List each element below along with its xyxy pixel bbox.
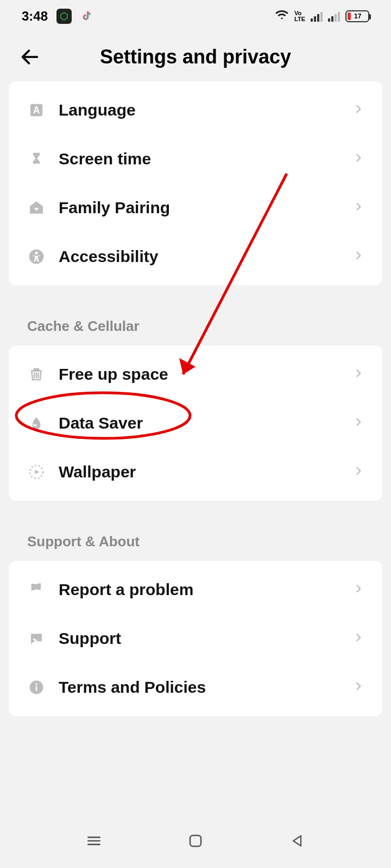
status-bar: 3:48 VoLTE 17: [0, 0, 391, 33]
menu-label: Support: [59, 629, 340, 648]
menu-label: Screen time: [59, 150, 340, 168]
nav-back-button[interactable]: [286, 830, 308, 852]
language-icon: A: [27, 101, 46, 119]
nav-home-button[interactable]: [185, 830, 206, 852]
system-nav-bar: [0, 814, 391, 868]
data-saver-icon: [27, 414, 46, 432]
app-header: Settings and privacy: [0, 33, 391, 81]
settings-group-support: Report a problem Support Terms and Polic…: [9, 561, 382, 716]
menu-item-terms-policies[interactable]: Terms and Policies: [9, 663, 382, 712]
chevron-right-icon: [353, 250, 366, 263]
svg-marker-6: [35, 470, 39, 474]
trash-icon: [27, 365, 46, 384]
settings-group-general: A Language Screen time Family Pairing Ac…: [9, 81, 382, 285]
section-header-cache: Cache & Cellular: [0, 296, 391, 346]
menu-item-support[interactable]: Support: [9, 614, 382, 663]
svg-text:A: A: [33, 105, 40, 116]
tiktok-icon: [80, 10, 93, 23]
svg-point-9: [35, 683, 37, 685]
signal-icon-2: [328, 11, 340, 22]
status-right: VoLTE 17: [275, 9, 369, 24]
page-title: Settings and privacy: [0, 46, 391, 68]
chevron-right-icon: [353, 681, 366, 694]
menu-label: Free up space: [59, 365, 340, 384]
arrow-left-icon: [19, 46, 41, 68]
wifi-icon: [275, 9, 289, 24]
battery-percent: 17: [354, 12, 361, 20]
menu-label: Family Pairing: [59, 199, 340, 217]
flag-icon: [27, 580, 46, 599]
signal-icon-1: [311, 11, 323, 22]
menu-label: Wallpaper: [59, 463, 340, 481]
info-icon: [27, 678, 46, 697]
nav-recent-button[interactable]: [83, 830, 105, 852]
hourglass-icon: [27, 150, 46, 168]
menu-item-report-problem[interactable]: Report a problem: [9, 565, 382, 614]
volte-icon: VoLTE: [294, 10, 305, 22]
svg-rect-10: [190, 835, 201, 846]
chevron-right-icon: [353, 201, 366, 214]
chevron-right-icon: [353, 368, 366, 381]
chevron-right-icon: [353, 152, 366, 165]
chat-icon: [27, 629, 46, 648]
wallpaper-icon: [27, 463, 46, 481]
home-heart-icon: [27, 199, 46, 217]
chevron-right-icon: [353, 465, 366, 478]
menu-label: Terms and Policies: [59, 678, 340, 697]
section-header-support: Support & About: [0, 512, 391, 561]
menu-label: Accessibility: [59, 247, 340, 266]
battery-icon: 17: [345, 10, 369, 22]
menu-item-data-saver[interactable]: Data Saver: [9, 399, 382, 448]
menu-item-screen-time[interactable]: Screen time: [9, 135, 382, 183]
svg-rect-8: [36, 686, 37, 691]
menu-item-family-pairing[interactable]: Family Pairing: [9, 183, 382, 232]
menu-label: Data Saver: [59, 414, 340, 432]
menu-label: Language: [59, 101, 340, 119]
menu-item-accessibility[interactable]: Accessibility: [9, 232, 382, 281]
menu-item-language[interactable]: A Language: [9, 86, 382, 135]
accessibility-icon: [27, 247, 46, 266]
chevron-right-icon: [353, 104, 366, 117]
chevron-right-icon: [353, 632, 366, 645]
app-icon-1: [56, 9, 72, 24]
back-button[interactable]: [16, 43, 43, 71]
status-time: 3:48: [22, 9, 48, 24]
status-left: 3:48: [22, 9, 93, 24]
settings-group-cache: Free up space Data Saver Wallpaper: [9, 346, 382, 501]
menu-item-wallpaper[interactable]: Wallpaper: [9, 448, 382, 496]
chevron-right-icon: [353, 583, 366, 596]
menu-item-free-up-space[interactable]: Free up space: [9, 350, 382, 399]
chevron-right-icon: [353, 417, 366, 430]
svg-point-4: [35, 252, 37, 254]
svg-marker-0: [61, 12, 67, 20]
menu-label: Report a problem: [59, 580, 340, 599]
